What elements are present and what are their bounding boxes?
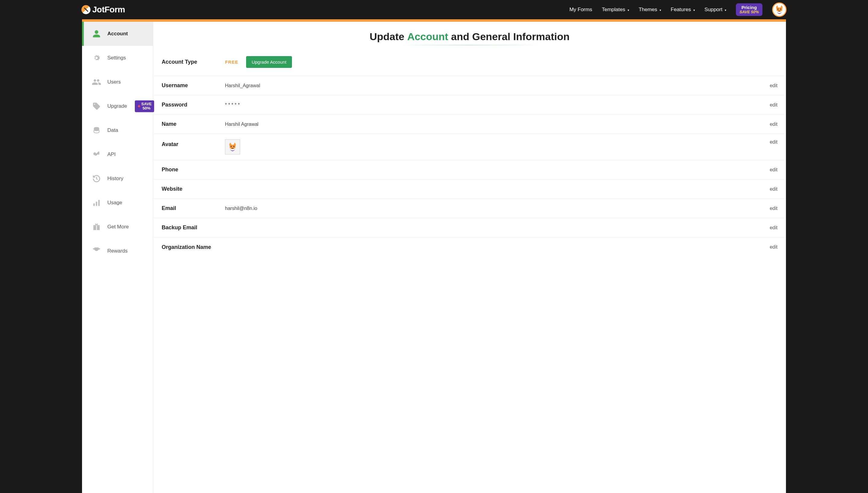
label-name: Name	[162, 121, 225, 127]
chevron-down-icon: ▾	[693, 8, 695, 12]
nav-features[interactable]: Features ▾	[671, 7, 695, 13]
edit-username[interactable]: edit	[770, 83, 778, 88]
row-org-name: Organization Name edit	[153, 237, 786, 257]
pricing-subtitle: SAVE 50%	[739, 10, 759, 14]
value-avatar	[225, 140, 770, 154]
sidebar-label: Get More	[107, 224, 129, 230]
edit-backup-email[interactable]: edit	[770, 225, 778, 231]
label-username: Username	[162, 82, 225, 89]
top-header: JotForm My Forms Templates ▾ Themes ▾ Fe…	[0, 0, 868, 19]
sidebar-label: API	[107, 151, 115, 157]
row-username: Username Harshil_Agrawal edit	[153, 76, 786, 95]
label-avatar: Avatar	[162, 140, 225, 148]
nav-themes[interactable]: Themes ▾	[639, 7, 661, 13]
sidebar: Account Settings Users Upgrade ✦ SAVE 5	[82, 22, 153, 493]
row-password: Password * * * * * edit	[153, 95, 786, 115]
edit-website[interactable]: edit	[770, 187, 778, 192]
svg-rect-5	[98, 200, 100, 206]
tag-icon	[92, 101, 101, 111]
heading-divider	[399, 45, 540, 45]
sidebar-label: History	[107, 176, 124, 181]
sidebar-label: Data	[107, 127, 118, 133]
sidebar-label: Users	[107, 79, 120, 85]
key-icon	[92, 150, 101, 159]
row-account-type: Account Type FREE Upgrade Account	[153, 54, 786, 76]
svg-rect-8	[96, 225, 97, 230]
value-username: Harshil_Agrawal	[225, 83, 770, 88]
label-email: Email	[162, 205, 225, 212]
value-name: Harshil Agrawal	[225, 122, 770, 127]
logo-text: JotForm	[92, 5, 125, 15]
edit-phone[interactable]: edit	[770, 167, 778, 173]
top-nav: My Forms Templates ▾ Themes ▾ Features ▾…	[570, 2, 786, 17]
sidebar-item-users[interactable]: Users	[82, 70, 153, 94]
chevron-down-icon: ▾	[660, 8, 661, 12]
nav-my-forms[interactable]: My Forms	[570, 7, 592, 13]
sidebar-label: Account	[107, 31, 128, 37]
sidebar-item-rewards[interactable]: Rewards	[82, 239, 153, 256]
label-website: Website	[162, 186, 225, 192]
edit-avatar[interactable]: edit	[770, 140, 778, 145]
value-account-type: FREE Upgrade Account	[225, 56, 778, 68]
sidebar-item-account[interactable]: Account	[82, 22, 153, 46]
row-website: Website edit	[153, 179, 786, 199]
label-phone: Phone	[162, 167, 225, 173]
edit-email[interactable]: edit	[770, 206, 778, 211]
bar-chart-icon	[92, 198, 101, 208]
logo-icon	[82, 5, 90, 14]
nav-templates[interactable]: Templates ▾	[602, 7, 629, 13]
svg-point-0	[778, 8, 779, 10]
rocket-icon: ✦	[137, 104, 141, 108]
sidebar-item-data[interactable]: Data	[82, 118, 153, 143]
database-icon	[92, 126, 101, 135]
value-email: harshil@n8n.io	[225, 206, 770, 211]
chevron-down-icon: ▾	[628, 8, 629, 12]
label-account-type: Account Type	[162, 59, 225, 65]
sidebar-item-upgrade[interactable]: Upgrade ✦ SAVE 50%	[82, 94, 153, 118]
gear-icon	[92, 53, 101, 63]
sidebar-item-usage[interactable]: Usage	[82, 191, 153, 215]
page-title: Update Account and General Information	[153, 31, 786, 43]
avatar-image	[225, 140, 240, 154]
trophy-icon	[92, 246, 101, 256]
users-icon	[92, 77, 101, 87]
gift-icon	[92, 222, 101, 232]
value-password: * * * * *	[225, 102, 770, 108]
sidebar-label: Usage	[107, 200, 122, 206]
logo[interactable]: JotForm	[82, 5, 125, 15]
user-avatar-button[interactable]	[772, 2, 786, 17]
row-name: Name Harshil Agrawal edit	[153, 115, 786, 134]
edit-password[interactable]: edit	[770, 102, 778, 108]
label-backup-email: Backup Email	[162, 224, 225, 231]
fox-avatar-icon	[774, 4, 785, 15]
label-org-name: Organization Name	[162, 244, 225, 251]
sidebar-item-get-more[interactable]: Get More	[82, 215, 153, 239]
svg-point-10	[233, 146, 235, 147]
history-icon	[92, 174, 101, 184]
sidebar-item-settings[interactable]: Settings	[82, 46, 153, 70]
chevron-down-icon: ▾	[725, 8, 726, 12]
upgrade-account-button[interactable]: Upgrade Account	[246, 56, 292, 68]
main-content: Update Account and General Information A…	[153, 22, 786, 493]
svg-rect-3	[93, 203, 95, 206]
fox-avatar-icon	[227, 142, 238, 152]
nav-support[interactable]: Support ▾	[705, 7, 726, 13]
content-wrapper: Account Settings Users Upgrade ✦ SAVE 5	[82, 19, 786, 493]
save-badge: ✦ SAVE 50%	[135, 101, 154, 112]
row-phone: Phone edit	[153, 160, 786, 179]
sidebar-label: Upgrade	[107, 103, 127, 109]
label-password: Password	[162, 102, 225, 108]
sidebar-item-history[interactable]: History	[82, 167, 153, 191]
svg-rect-4	[96, 202, 97, 206]
row-email: Email harshil@n8n.io edit	[153, 199, 786, 218]
pricing-button[interactable]: Pricing SAVE 50%	[736, 3, 762, 16]
row-backup-email: Backup Email edit	[153, 218, 786, 237]
svg-point-1	[780, 8, 781, 10]
sidebar-item-api[interactable]: API	[82, 143, 153, 167]
edit-org-name[interactable]: edit	[770, 244, 778, 250]
svg-point-9	[231, 146, 232, 147]
edit-name[interactable]: edit	[770, 122, 778, 127]
sidebar-label: Rewards	[107, 248, 128, 254]
free-badge: FREE	[225, 60, 238, 65]
sidebar-label: Settings	[107, 55, 126, 61]
